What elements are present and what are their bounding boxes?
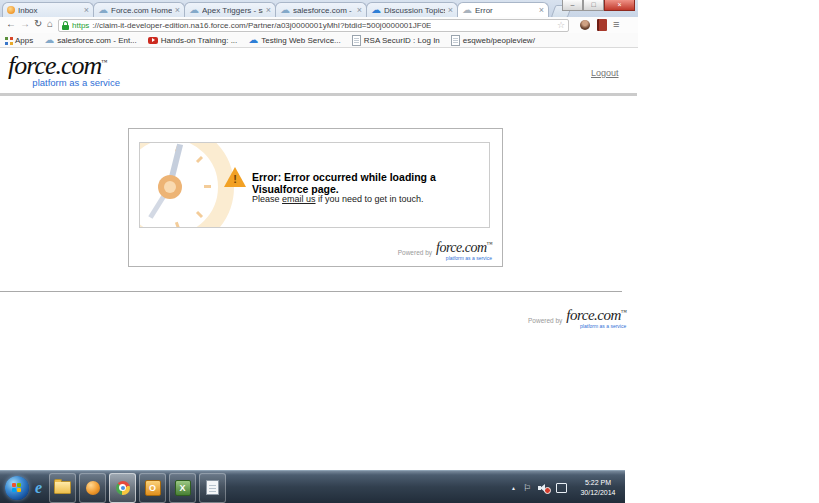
tab-strip: Inbox × ☁ Force.com Home Page - × ☁ Apex…: [0, 0, 638, 17]
footer-divider: [0, 291, 622, 292]
header-divider: [0, 93, 637, 96]
tab-close-icon[interactable]: ×: [357, 6, 362, 15]
email-us-link[interactable]: email us: [282, 194, 316, 204]
close-window-button[interactable]: ×: [604, 0, 635, 11]
cloud-icon: ☁: [248, 35, 258, 45]
chrome-icon: [116, 481, 130, 495]
cloud-icon: ☁: [462, 5, 472, 15]
tab-error-active[interactable]: ☁ Error ×: [457, 2, 549, 17]
tray-expand-icon[interactable]: ▲: [511, 485, 516, 491]
bookmark-apps[interactable]: Apps: [5, 36, 33, 45]
cloud-icon: ☁: [98, 5, 108, 15]
forcecom-mini-logo: force.com™ platform as a service: [436, 241, 492, 261]
compass-watermark-image: [139, 142, 234, 228]
apps-grid-icon: [5, 37, 8, 40]
back-icon[interactable]: ←: [6, 18, 16, 29]
tab-inbox[interactable]: Inbox ×: [2, 2, 94, 17]
clock-date: 30/12/2014: [574, 488, 622, 497]
tab-label: salesforce.com - Develop: [293, 6, 354, 15]
tab-close-icon[interactable]: ×: [448, 6, 453, 15]
cloud-icon: ☁: [189, 5, 199, 15]
internet-explorer-icon[interactable]: e: [35, 479, 42, 497]
system-tray: ▲ ⚐ 5:22 PM 30/12/2014: [511, 478, 625, 497]
tab-salesforce-developer[interactable]: ☁ salesforce.com - Develop ×: [275, 2, 367, 17]
excel-icon: X: [175, 480, 191, 496]
bookmark-label: esqweb/peopleview/: [463, 36, 535, 45]
home-icon[interactable]: ⌂: [47, 18, 53, 29]
tab-label: Inbox: [18, 6, 81, 15]
tab-close-icon[interactable]: ×: [266, 6, 271, 15]
taskbar-explorer-button[interactable]: [49, 473, 76, 503]
bookmark-rsa-securid[interactable]: RSA SecurID : Log In: [352, 35, 440, 46]
taskbar-chrome-button[interactable]: [109, 473, 136, 503]
bookmarks-bar: Apps ☁ salesforce.com - Ent... Hands-on …: [0, 33, 638, 48]
forcecom-logo: force.com™ platform as a service: [8, 52, 120, 88]
bookmark-label: Hands-on Training: ...: [161, 36, 237, 45]
forcecom-mini-logo: force.com™ platform as a service: [566, 308, 626, 329]
youtube-icon: [148, 37, 158, 44]
tab-close-icon[interactable]: ×: [539, 6, 544, 15]
bookmark-label: salesforce.com - Ent...: [57, 36, 137, 45]
taskbar-clock[interactable]: 5:22 PM 30/12/2014: [574, 478, 622, 497]
address-bar[interactable]: https://claim-it-developer-edition.na16.…: [58, 19, 569, 32]
cloud-icon: ☁: [371, 5, 381, 15]
chrome-menu-icon[interactable]: ≡: [613, 18, 619, 30]
profile-avatar[interactable]: [580, 20, 590, 30]
page-icon: [352, 35, 361, 46]
bookmark-salesforce-ent[interactable]: ☁ salesforce.com - Ent...: [44, 35, 137, 45]
start-button[interactable]: [5, 476, 29, 500]
cloud-icon: ☁: [280, 5, 290, 15]
folder-icon: [54, 481, 71, 494]
tab-label: Discussion Topics | Salesf: [384, 6, 445, 15]
tab-forcecom-home[interactable]: ☁ Force.com Home Page - ×: [93, 2, 185, 17]
bookmark-star-icon[interactable]: ☆: [557, 21, 565, 30]
error-body: Please email us if you need to get in to…: [252, 194, 424, 204]
url-text: ://claim-it-developer-edition.na16.force…: [92, 21, 431, 30]
volume-icon[interactable]: [538, 483, 549, 492]
volume-alert-badge: [544, 487, 551, 494]
page-icon: [451, 35, 460, 46]
tab-close-icon[interactable]: ×: [175, 6, 180, 15]
url-scheme: https: [72, 21, 89, 30]
windows-taskbar: e O X ▲ ⚐ 5:22 PM 30/12/2014: [0, 470, 625, 503]
tab-label: Force.com Home Page -: [111, 6, 172, 15]
clock-time: 5:22 PM: [574, 478, 622, 487]
mail-icon: [7, 6, 15, 14]
extension-icon[interactable]: [597, 19, 607, 31]
minimize-button[interactable]: –: [562, 0, 583, 11]
tab-label: Error: [475, 6, 536, 15]
bookmark-testing-web-service[interactable]: ☁ Testing Web Service...: [248, 35, 340, 45]
error-body-prefix: Please: [252, 194, 282, 204]
forcecom-logo-text: force.com™: [8, 51, 106, 80]
powered-by-label: Powered by: [398, 249, 432, 256]
footer-powered-by: Powered by force.com™ platform as a serv…: [528, 308, 626, 329]
bookmark-hands-on-training[interactable]: Hands-on Training: ...: [148, 36, 237, 45]
taskbar-notepad-button[interactable]: [199, 473, 226, 503]
document-icon: [206, 480, 219, 495]
maximize-button[interactable]: □: [583, 0, 604, 11]
tab-list: Inbox × ☁ Force.com Home Page - × ☁ Apex…: [2, 2, 570, 17]
forward-icon[interactable]: →: [20, 18, 30, 29]
error-message-box: ! Error: Error occurred while loading a …: [139, 142, 490, 228]
padlock-icon: [62, 21, 69, 30]
card-powered-by: Powered by force.com™ platform as a serv…: [398, 241, 492, 261]
cloud-icon: ☁: [44, 35, 54, 45]
action-center-flag-icon[interactable]: ⚐: [523, 483, 531, 493]
taskbar-excel-button[interactable]: X: [169, 473, 196, 503]
bookmark-esqweb-peopleview[interactable]: esqweb/peopleview/: [451, 35, 535, 46]
tab-apex-triggers[interactable]: ☁ Apex Triggers - salesforc ×: [184, 2, 276, 17]
logout-link[interactable]: Logout: [591, 68, 619, 78]
taskbar-app-button[interactable]: [79, 473, 106, 503]
reload-icon[interactable]: ↻: [34, 18, 42, 29]
orange-app-icon: [86, 481, 100, 495]
error-card: ! Error: Error occurred while loading a …: [128, 128, 503, 267]
tab-discussion-topics[interactable]: ☁ Discussion Topics | Salesf ×: [366, 2, 458, 17]
outlook-icon: O: [145, 480, 161, 496]
window-controls: – □ ×: [562, 0, 635, 11]
taskbar-outlook-button[interactable]: O: [139, 473, 166, 503]
trademark-symbol: ™: [101, 59, 106, 65]
tab-label: Apex Triggers - salesforc: [202, 6, 263, 15]
error-body-suffix: if you need to get in touch.: [316, 194, 424, 204]
tab-close-icon[interactable]: ×: [84, 6, 89, 15]
network-icon[interactable]: [556, 483, 567, 493]
